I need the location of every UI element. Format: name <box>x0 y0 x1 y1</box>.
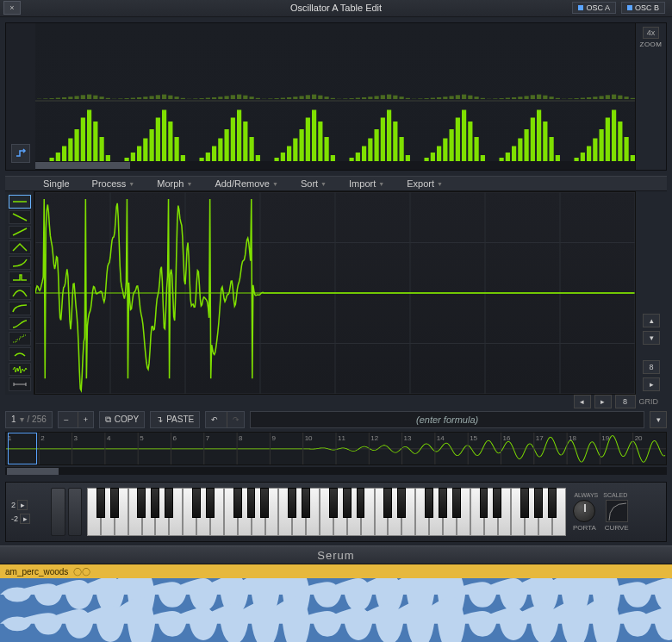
svg-rect-6 <box>49 98 53 99</box>
svg-rect-190 <box>624 97 628 99</box>
chevron-down-icon: ▼ <box>320 181 327 187</box>
svg-rect-174 <box>574 98 578 99</box>
phase-icon[interactable] <box>11 144 30 163</box>
shape-ramp-down[interactable] <box>9 210 31 224</box>
svg-rect-168 <box>556 98 560 99</box>
menu-export[interactable]: Export▼ <box>398 178 451 189</box>
svg-rect-112 <box>381 95 385 99</box>
svg-rect-118 <box>399 97 403 99</box>
svg-rect-154 <box>512 97 516 99</box>
shape-stairs[interactable] <box>9 332 31 346</box>
paste-button[interactable]: ↴PASTE <box>150 411 200 428</box>
svg-rect-46 <box>174 97 178 99</box>
shape-arc[interactable] <box>9 347 31 361</box>
octave-down-button[interactable]: ▸ <box>20 514 30 524</box>
porta-label: PORTA <box>573 524 596 532</box>
svg-rect-178 <box>587 97 591 99</box>
svg-rect-136 <box>456 95 460 99</box>
spectrum-display[interactable] <box>35 23 635 170</box>
grid-spin-handle[interactable]: ▸ <box>643 377 660 391</box>
menu-import[interactable]: Import▼ <box>340 178 393 189</box>
svg-rect-172 <box>568 98 572 99</box>
audio-clip-waveform[interactable] <box>0 578 672 642</box>
shape-ramp-up[interactable] <box>9 226 31 240</box>
shape-log[interactable] <box>9 302 31 315</box>
menu-process[interactable]: Process▼ <box>84 178 144 189</box>
shape-triangle[interactable] <box>9 240 31 254</box>
svg-rect-192 <box>631 98 635 99</box>
svg-rect-184 <box>606 95 610 99</box>
menu-single[interactable]: Single <box>34 178 78 189</box>
add-frame-button[interactable]: + <box>78 412 93 427</box>
svg-rect-80 <box>281 97 285 98</box>
mod-wheel[interactable] <box>68 488 83 536</box>
waveform-canvas[interactable] <box>34 191 636 395</box>
frames-overview[interactable]: 1234567891011121314151617181920 <box>5 432 667 466</box>
svg-rect-65 <box>237 109 241 168</box>
copy-button[interactable]: ⧉COPY <box>99 411 145 428</box>
nudge-up-button[interactable]: ▴ <box>643 314 660 327</box>
clip-header[interactable]: am_perc_woods ◯◯ <box>0 564 672 578</box>
grid-next-button[interactable]: ▸ <box>594 395 612 408</box>
formula-menu-button[interactable]: ▾ <box>650 411 667 428</box>
octave-up-button[interactable]: ▸ <box>17 500 28 510</box>
zoom-value[interactable]: 4x <box>643 27 660 39</box>
svg-rect-110 <box>374 96 378 99</box>
svg-rect-104 <box>356 97 360 98</box>
shape-noise[interactable] <box>9 363 31 377</box>
svg-rect-44 <box>168 96 172 99</box>
svg-rect-62 <box>224 96 228 99</box>
svg-rect-156 <box>518 97 522 99</box>
menu-add-remove[interactable]: Add/Remove▼ <box>206 178 287 189</box>
svg-rect-78 <box>274 98 278 99</box>
svg-rect-166 <box>549 97 553 99</box>
porta-always-label: ALWAYS <box>574 492 598 498</box>
remove-frame-button[interactable]: – <box>59 412 74 427</box>
svg-rect-76 <box>268 98 272 99</box>
svg-rect-185 <box>612 109 616 168</box>
shape-line[interactable] <box>9 195 31 209</box>
svg-rect-89 <box>312 109 316 168</box>
svg-rect-4 <box>43 98 47 99</box>
svg-rect-32 <box>131 97 135 98</box>
shape-s-curve[interactable] <box>9 317 31 331</box>
frame-index[interactable]: 1▾ / 256 <box>5 411 53 428</box>
svg-rect-152 <box>506 97 510 98</box>
porta-knob[interactable] <box>573 500 595 522</box>
svg-rect-66 <box>237 94 241 98</box>
spectrum-scrollbar[interactable] <box>35 161 635 170</box>
grid-prev-button[interactable]: ◂ <box>574 395 591 408</box>
piano-keyboard[interactable] <box>87 488 566 536</box>
formula-input[interactable]: (enter formula) <box>250 411 644 428</box>
shape-halfsine[interactable] <box>9 286 31 300</box>
nudge-down-button[interactable]: ▾ <box>643 331 660 345</box>
frames-scrollbar[interactable] <box>5 467 667 475</box>
menu-morph[interactable]: Morph▼ <box>148 178 201 189</box>
svg-rect-106 <box>362 97 366 99</box>
redo-button[interactable]: ↷ <box>227 412 244 427</box>
svg-rect-186 <box>612 94 616 98</box>
chevron-down-icon: ▼ <box>272 181 278 187</box>
shape-pulse[interactable] <box>9 271 31 285</box>
osc-b-tab[interactable]: OSC B <box>621 2 665 14</box>
pitch-wheel[interactable] <box>51 488 65 536</box>
shape-exp[interactable] <box>9 256 31 270</box>
svg-rect-132 <box>443 97 447 99</box>
svg-rect-40 <box>156 95 160 99</box>
grid-spin-value[interactable]: 8 <box>643 360 660 374</box>
undo-button[interactable]: ↶ <box>206 412 223 427</box>
svg-rect-10 <box>62 97 66 99</box>
shape-stretch[interactable] <box>9 377 31 391</box>
curve-display[interactable] <box>606 500 628 522</box>
svg-rect-36 <box>143 97 147 99</box>
svg-rect-134 <box>449 96 453 99</box>
svg-rect-24 <box>106 98 110 99</box>
menu-sort[interactable]: Sort▼ <box>292 178 335 189</box>
keyboard-panel: 2▸ -2▸ ALWAYSSCALED PORTA CURVE <box>5 482 667 542</box>
osc-a-tab[interactable]: OSC A <box>572 2 616 14</box>
svg-rect-34 <box>137 97 141 99</box>
close-button[interactable]: × <box>3 1 21 15</box>
grid-value[interactable]: 8 <box>615 395 636 408</box>
daw-track-area: am_perc_woods ◯◯ <box>0 564 672 642</box>
svg-rect-8 <box>56 97 60 98</box>
